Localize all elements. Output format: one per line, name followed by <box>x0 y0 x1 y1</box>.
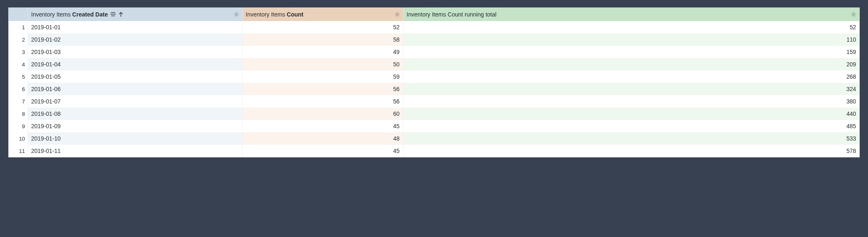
table-row: 92019-01-0945485 <box>9 120 859 132</box>
column-header-prefix: Inventory Items <box>31 11 73 18</box>
row-number-cell: 4 <box>9 58 28 70</box>
table-row: 102019-01-1048533 <box>9 132 859 145</box>
table-row: 52019-01-0559268 <box>9 70 859 83</box>
row-number-cell: 6 <box>9 83 28 95</box>
running-total-cell[interactable]: 209 <box>403 58 859 70</box>
row-number-cell: 3 <box>9 46 28 58</box>
sort-ascending-icon <box>118 12 123 17</box>
count-cell[interactable]: 58 <box>242 33 403 46</box>
running-total-cell[interactable]: 380 <box>403 95 859 108</box>
table-row: 32019-01-0349159 <box>9 46 859 58</box>
table-row: 82019-01-0860440 <box>9 108 859 120</box>
running-total-cell[interactable]: 159 <box>403 46 859 58</box>
column-header-bold: Count <box>287 11 303 18</box>
running-total-cell[interactable]: 110 <box>403 33 859 46</box>
row-number-header <box>9 8 28 21</box>
column-header-created-date[interactable]: Inventory Items Created Date <box>28 8 242 21</box>
created-date-cell[interactable]: 2019-01-01 <box>28 21 242 33</box>
table-header-row: Inventory Items Created Date <box>9 8 859 21</box>
column-header-label: Inventory Items Count <box>246 11 304 18</box>
created-date-cell[interactable]: 2019-01-08 <box>28 108 242 120</box>
running-total-cell[interactable]: 578 <box>403 145 859 157</box>
created-date-cell[interactable]: 2019-01-05 <box>28 70 242 83</box>
row-number-cell: 11 <box>9 145 28 157</box>
row-number-cell: 10 <box>9 132 28 145</box>
table-row: 12019-01-015252 <box>9 21 859 33</box>
gear-icon[interactable] <box>850 11 857 18</box>
created-date-cell[interactable]: 2019-01-04 <box>28 58 242 70</box>
svg-point-4 <box>235 14 237 15</box>
created-date-cell[interactable]: 2019-01-03 <box>28 46 242 58</box>
created-date-cell[interactable]: 2019-01-10 <box>28 132 242 145</box>
svg-point-5 <box>396 14 398 15</box>
running-total-cell[interactable]: 440 <box>403 108 859 120</box>
running-total-cell[interactable]: 485 <box>403 120 859 132</box>
column-header-label: Inventory Items Created Date <box>31 11 108 18</box>
created-date-cell[interactable]: 2019-01-11 <box>28 145 242 157</box>
row-number-cell: 5 <box>9 70 28 83</box>
gear-icon[interactable] <box>394 11 401 18</box>
running-total-cell[interactable]: 324 <box>403 83 859 95</box>
column-header-prefix: Inventory Items <box>246 11 287 18</box>
row-number-cell: 1 <box>9 21 28 33</box>
column-header-running-total[interactable]: Inventory Items Count running total <box>403 8 859 21</box>
column-header-label: Inventory Items Count running total <box>407 11 497 18</box>
count-cell[interactable]: 56 <box>242 83 403 95</box>
count-cell[interactable]: 45 <box>242 120 403 132</box>
row-number-cell: 7 <box>9 95 28 108</box>
row-number-cell: 9 <box>9 120 28 132</box>
running-total-cell[interactable]: 533 <box>403 132 859 145</box>
created-date-cell[interactable]: 2019-01-09 <box>28 120 242 132</box>
count-cell[interactable]: 48 <box>242 132 403 145</box>
count-cell[interactable]: 52 <box>242 21 403 33</box>
created-date-cell[interactable]: 2019-01-06 <box>28 83 242 95</box>
gear-icon[interactable] <box>233 11 240 18</box>
count-cell[interactable]: 59 <box>242 70 403 83</box>
count-cell[interactable]: 49 <box>242 46 403 58</box>
running-total-cell[interactable]: 268 <box>403 70 859 83</box>
table-row: 42019-01-0450209 <box>9 58 859 70</box>
created-date-cell[interactable]: 2019-01-07 <box>28 95 242 108</box>
running-total-cell[interactable]: 52 <box>403 21 859 33</box>
count-cell[interactable]: 60 <box>242 108 403 120</box>
svg-point-6 <box>853 14 854 15</box>
count-cell[interactable]: 45 <box>242 145 403 157</box>
table-row: 22019-01-0258110 <box>9 33 859 46</box>
table-row: 72019-01-0756380 <box>9 95 859 108</box>
count-cell[interactable]: 56 <box>242 95 403 108</box>
count-cell[interactable]: 50 <box>242 58 403 70</box>
pivot-icon <box>110 12 116 17</box>
data-table: Inventory Items Created Date <box>9 8 859 157</box>
row-number-cell: 8 <box>9 108 28 120</box>
column-header-bold: Created Date <box>72 11 108 18</box>
row-number-cell: 2 <box>9 33 28 46</box>
data-table-panel: Inventory Items Created Date <box>8 7 860 157</box>
column-header-count[interactable]: Inventory Items Count <box>242 8 403 21</box>
created-date-cell[interactable]: 2019-01-02 <box>28 33 242 46</box>
table-row: 62019-01-0656324 <box>9 83 859 95</box>
table-row: 112019-01-1145578 <box>9 145 859 157</box>
